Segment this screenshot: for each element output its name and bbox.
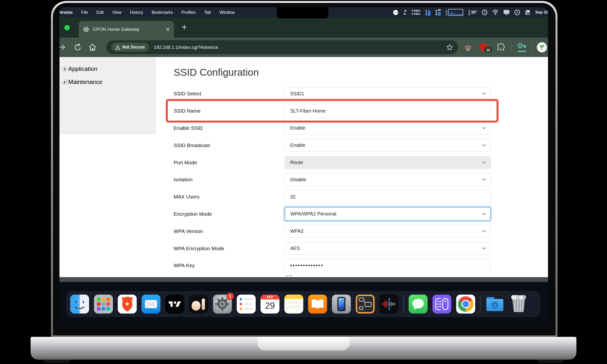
menu-item-history[interactable]: History	[130, 10, 143, 15]
chevron-down-icon	[482, 247, 486, 250]
expand-plus-icon[interactable]: +	[62, 79, 67, 85]
dock-downloads-folder-icon[interactable]: ↓	[485, 295, 504, 313]
dock-separator	[403, 295, 404, 313]
dock-iphone-mirroring-icon[interactable]	[332, 295, 351, 313]
chrome-logo	[458, 296, 474, 312]
chevron-down-icon	[482, 230, 486, 233]
cpu-gauge[interactable]: CPU	[445, 9, 463, 16]
menu-item-view[interactable]: View	[112, 10, 121, 15]
macos-dock: 1 SEP 29	[66, 291, 540, 317]
ssid-select-dropdown[interactable]: SSID1	[285, 87, 491, 100]
dock-diagram-app-icon[interactable]	[356, 295, 375, 313]
network-arrows-icon[interactable]	[403, 10, 407, 15]
isolation-dropdown[interactable]: Disable	[285, 173, 491, 186]
extensions-puzzle-icon[interactable]	[497, 43, 505, 52]
warning-icon	[115, 45, 120, 50]
toolbar-divider	[532, 43, 533, 52]
dock-remote-app-icon[interactable]	[432, 295, 451, 313]
form-row-ssid-broadcast: SSID Broadcast Enable	[174, 137, 491, 154]
tab-close-icon[interactable]	[166, 27, 170, 31]
enable-ssid-dropdown[interactable]: Enable	[285, 122, 491, 134]
forward-icon[interactable]	[59, 43, 66, 52]
profile-avatar[interactable]	[537, 42, 547, 52]
password-key-icon[interactable]	[517, 42, 527, 53]
ssid-name-input[interactable]	[285, 104, 491, 118]
form-row-wpa-key: WPA Key	[174, 257, 491, 274]
play-circle-icon[interactable]	[514, 10, 520, 15]
open-book	[311, 299, 324, 309]
tradingview-logo	[165, 295, 184, 313]
dock-messages-icon[interactable]	[409, 295, 428, 313]
ssid-broadcast-dropdown[interactable]: Enable	[285, 139, 491, 152]
display-icon[interactable]	[503, 10, 510, 15]
dock-reminders-icon[interactable]	[237, 295, 256, 313]
dock-system-settings-icon[interactable]: 1	[213, 295, 232, 313]
clock-icon[interactable]	[482, 10, 488, 15]
menu-item-tab[interactable]: Tab	[204, 10, 211, 15]
ssid-form: SSID Select SSID1 SSID Name Enable SSID …	[174, 85, 491, 274]
dock-voice-memos-icon[interactable]	[380, 295, 398, 313]
port-mode-dropdown[interactable]: Route	[285, 156, 491, 169]
nav-sidebar: + Application + Maintenance	[59, 57, 156, 134]
macbook-mockup: Chrome File Edit View History Bookmarks …	[0, 0, 607, 364]
ssd-gauge[interactable]: SSD	[425, 9, 431, 16]
menu-item-window[interactable]: Window	[220, 10, 235, 15]
dock-launchpad-icon[interactable]	[94, 295, 113, 313]
remote-panels	[435, 298, 449, 311]
dock-finder-icon[interactable]	[70, 295, 89, 313]
menu-bar-status-area: 0 KB/s0 KB/s SSD MEM CPU SEN	[393, 7, 548, 17]
dock-calendar-dark-app-icon[interactable]	[189, 295, 208, 313]
dock-brave-browser-icon[interactable]	[118, 295, 137, 313]
avatar-plant-icon	[539, 44, 545, 51]
dock-tradingview-icon[interactable]	[165, 295, 184, 313]
browser-toolbar: Not Secure 192.168.1.1/index.cgi?Advance…	[59, 38, 548, 57]
lid-opening-notch	[257, 337, 350, 351]
dock-trash-icon[interactable]	[509, 295, 528, 313]
form-row-wpa-encryption-mode: WPA Encryption Mode AES	[174, 240, 491, 257]
url-text[interactable]: 192.168.1.1/index.cgi?Advance	[154, 45, 446, 50]
checkbox-partial[interactable]	[286, 275, 292, 277]
bookmark-star-icon[interactable]	[446, 44, 453, 51]
dock-chrome-icon[interactable]	[456, 295, 475, 313]
security-chip[interactable]: Not Secure	[111, 43, 149, 52]
finder-face	[70, 295, 89, 313]
wpa-version-dropdown[interactable]: WPA2	[285, 225, 491, 238]
network-speed[interactable]: 0 KB/s0 KB/s	[412, 9, 421, 15]
page-title: SSID Configuration	[174, 67, 259, 78]
dock-mail-icon[interactable]	[142, 295, 160, 313]
temperature-sensor[interactable]: SEN 35°	[468, 10, 477, 15]
home-icon[interactable]	[88, 43, 97, 52]
envelope	[142, 295, 160, 313]
app-switcher-icon[interactable]	[525, 10, 530, 15]
sidebar-item-application[interactable]: + Application	[59, 62, 156, 76]
disk-usage-icon[interactable]	[393, 10, 398, 15]
extension-disguise-icon[interactable]	[463, 43, 472, 52]
menu-item-edit[interactable]: Edit	[96, 10, 104, 15]
sidebar-item-maintenance[interactable]: + Maintenance	[59, 76, 156, 89]
new-tab-icon[interactable]	[181, 24, 188, 31]
window-traffic-light-green[interactable]	[64, 25, 70, 30]
dock-books-icon[interactable]	[308, 295, 327, 313]
menu-item-file[interactable]: File	[81, 10, 88, 15]
globe-favicon	[83, 26, 89, 33]
form-row-ssid-name: SSID Name	[174, 102, 491, 120]
address-bar[interactable]: Not Secure 192.168.1.1/index.cgi?Advance	[106, 40, 458, 54]
reload-icon[interactable]	[73, 43, 82, 52]
expand-plus-icon[interactable]: +	[62, 66, 67, 72]
encryption-mode-dropdown[interactable]: WPA/WPA2 Personal	[285, 207, 491, 221]
wpa-key-input[interactable]	[285, 259, 491, 272]
dock-calendar-icon[interactable]: SEP 29	[261, 295, 279, 313]
wpa-encryption-mode-dropdown[interactable]: AES	[285, 242, 491, 255]
wifi-icon[interactable]	[492, 10, 499, 15]
brave-lion	[118, 295, 137, 313]
menu-item-profiles[interactable]: Profiles	[181, 10, 196, 15]
dock-notes-icon[interactable]	[284, 295, 303, 313]
browser-tab-gpon[interactable]: GPON Home Gateway	[79, 21, 174, 38]
chat-bubble	[411, 298, 425, 310]
menu-item-bookmarks[interactable]: Bookmarks	[152, 10, 173, 15]
menu-bar-date[interactable]: Sep 29	[535, 10, 548, 15]
memory-gauge[interactable]: MEM	[435, 9, 441, 16]
menu-item-chrome[interactable]: Chrome	[59, 10, 73, 15]
max-users-input[interactable]	[285, 190, 491, 204]
laptop-screen: Chrome File Edit View History Bookmarks …	[59, 7, 548, 322]
